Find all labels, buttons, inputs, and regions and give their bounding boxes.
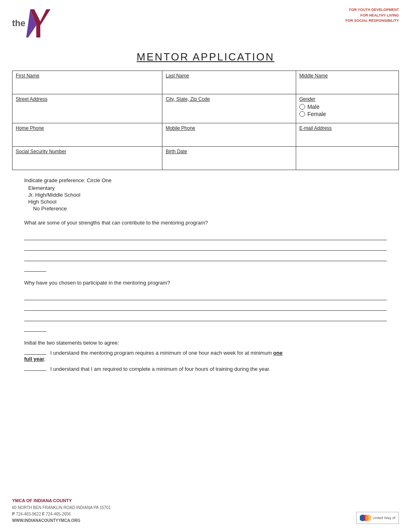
tagline-2: FOR HEALTHY LIVING xyxy=(345,13,399,19)
ymca-logo-icon xyxy=(26,7,54,39)
mobile-phone-cell[interactable]: Mobile Phone xyxy=(162,123,296,147)
home-phone-label: Home Phone xyxy=(16,125,159,131)
middle-name-cell[interactable]: Middle Name xyxy=(296,71,399,94)
female-circle[interactable] xyxy=(299,111,305,117)
birth-date-cell[interactable]: Birth Date xyxy=(162,147,296,170)
tagline-1: FOR YOUTH DEVELOPMENT xyxy=(345,7,399,13)
answer-line[interactable] xyxy=(24,242,387,251)
statement-2-text: I understand that I am required to compl… xyxy=(50,366,270,372)
table-row: Home Phone Mobile Phone E-mail Address xyxy=(12,123,399,147)
page-footer: YMCA OF INDIANA COUNTY 60 NORTH BEN FRAN… xyxy=(12,497,399,524)
ssn-cell[interactable]: Social Security Number xyxy=(12,147,162,170)
table-row: First Name Last Name Middle Name xyxy=(12,71,399,94)
application-form-table: First Name Last Name Middle Name Street … xyxy=(12,71,399,170)
answer-line[interactable] xyxy=(24,302,387,311)
united-way-text: United Way of xyxy=(373,516,395,520)
bold-underline-1: onefull year xyxy=(24,350,282,362)
initial-statements-section: Initial the two statements below to agre… xyxy=(24,340,387,372)
table-row: Street Address City, State, Zip Code Gen… xyxy=(12,94,399,123)
answer-line[interactable] xyxy=(24,291,387,300)
answer-short-line[interactable] xyxy=(24,323,46,332)
table-row: Social Security Number Birth Date xyxy=(12,147,399,170)
last-name-label: Last Name xyxy=(166,73,292,79)
city-state-zip-cell[interactable]: City, State, Zip Code xyxy=(162,94,296,123)
answer-line[interactable] xyxy=(24,252,387,261)
list-item[interactable]: Elementary xyxy=(28,185,387,191)
gender-female-label: Female xyxy=(307,111,326,117)
list-item[interactable]: High School xyxy=(28,199,387,205)
list-item[interactable]: No Preference xyxy=(33,206,387,212)
footer-address: 60 NORTH BEN FRANKLIN ROAD INDIANA PA 15… xyxy=(12,505,111,511)
male-circle[interactable] xyxy=(299,104,305,110)
initial-title: Initial the two statements below to agre… xyxy=(24,340,387,346)
question-2-answer-lines[interactable] xyxy=(24,291,387,332)
gender-male-label: Male xyxy=(307,104,320,110)
gender-options: Male Female xyxy=(299,104,395,117)
empty-cell xyxy=(296,147,399,170)
question-2-text: Why have you chosen to participate in th… xyxy=(24,280,387,286)
initial-statement-2: I understand that I am required to compl… xyxy=(24,364,387,372)
mobile-phone-label: Mobile Phone xyxy=(166,125,292,131)
fax-label: F 724-465-2656 xyxy=(42,512,71,516)
first-name-cell[interactable]: First Name xyxy=(12,71,162,94)
grade-preference-title: Indicate grade preference: Circle One xyxy=(24,177,387,183)
united-way-badge: United Way of xyxy=(356,512,399,524)
page-title: MENTOR APPLICATION xyxy=(0,51,411,63)
initial-blank-1[interactable] xyxy=(24,348,46,355)
middle-name-label: Middle Name xyxy=(299,73,395,79)
city-state-zip-label: City, State, Zip Code xyxy=(166,96,292,102)
first-name-label: First Name xyxy=(16,73,159,79)
answer-short-line[interactable] xyxy=(24,263,46,272)
question-1-answer-lines[interactable] xyxy=(24,231,387,272)
taglines-area: FOR YOUTH DEVELOPMENT FOR HEALTHY LIVING… xyxy=(345,7,399,24)
list-item[interactable]: Jr. High/Middle School xyxy=(28,192,387,198)
initial-statement-1: I understand the mentoring program requi… xyxy=(24,348,387,362)
street-address-cell[interactable]: Street Address xyxy=(12,94,162,123)
initial-blank-2[interactable] xyxy=(24,364,46,371)
footer-org-name: YMCA OF INDIANA COUNTY xyxy=(12,497,111,505)
ssn-label: Social Security Number xyxy=(16,149,159,154)
logo-the-text: the xyxy=(12,19,25,28)
grade-preference-section: Indicate grade preference: Circle One El… xyxy=(24,177,387,212)
last-name-cell[interactable]: Last Name xyxy=(162,71,296,94)
gender-cell[interactable]: Gender Male Female xyxy=(296,94,399,123)
page-header: the FOR YOUTH DEVELOPMENT FOR HEALTHY LI… xyxy=(0,0,411,44)
question-2-section: Why have you chosen to participate in th… xyxy=(24,280,387,332)
footer-info: YMCA OF INDIANA COUNTY 60 NORTH BEN FRAN… xyxy=(12,497,111,524)
gender-male-row[interactable]: Male xyxy=(299,104,395,110)
street-address-label: Street Address xyxy=(16,96,159,102)
home-phone-cell[interactable]: Home Phone xyxy=(12,123,162,147)
answer-line[interactable] xyxy=(24,312,387,321)
statement-1-text: I understand the mentoring program requi… xyxy=(24,350,282,362)
question-1-text: What are some of your strengths that can… xyxy=(24,220,387,226)
answer-line[interactable] xyxy=(24,231,387,240)
gender-female-row[interactable]: Female xyxy=(299,111,395,117)
phone-label: P 724-463-9622 xyxy=(12,512,42,516)
footer-website: WWW.INDIANACOUNTYYMCA.ORG xyxy=(12,517,111,524)
question-1-section: What are some of your strengths that can… xyxy=(24,220,387,272)
email-cell[interactable]: E-mail Address xyxy=(296,123,399,147)
email-label: E-mail Address xyxy=(299,125,395,131)
logo-area: the xyxy=(12,7,54,39)
birth-date-label: Birth Date xyxy=(166,149,292,154)
tagline-3: FOR SOCIAL RESPONSIBILITY xyxy=(345,18,399,24)
title-section: MENTOR APPLICATION xyxy=(0,44,411,71)
united-way-icon xyxy=(360,514,371,522)
gender-label: Gender xyxy=(299,96,395,102)
footer-phone: P 724-463-9622 F 724-465-2656 xyxy=(12,511,111,517)
grade-options-list: Elementary Jr. High/Middle School High S… xyxy=(28,185,387,212)
